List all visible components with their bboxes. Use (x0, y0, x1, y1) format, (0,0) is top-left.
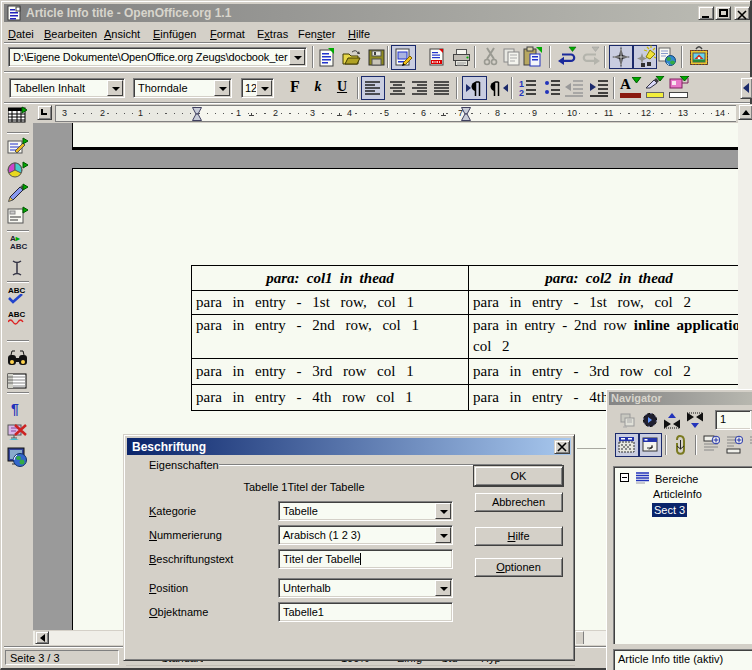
svg-text:2: 2 (519, 88, 524, 97)
